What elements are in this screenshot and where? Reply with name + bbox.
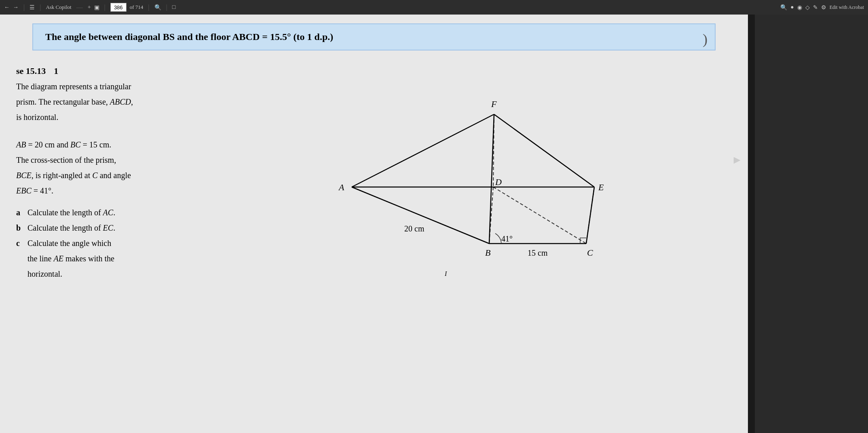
- part-b-letter: b: [16, 220, 23, 235]
- right-dark-panel: [755, 15, 868, 433]
- exercise-parts: a Calculate the length of AC. b Calculat…: [16, 205, 190, 282]
- settings-icon[interactable]: ⚙: [821, 4, 826, 11]
- search-icon[interactable]: 🔍: [780, 4, 787, 11]
- part-c-row: c Calculate the angle whichthe line AE m…: [16, 235, 190, 282]
- desc-line-6: BCE, is right-angled at C and angle: [16, 169, 190, 181]
- desc-line-5: The cross-section of the prism,: [16, 154, 190, 166]
- back-button[interactable]: ←: [4, 4, 10, 11]
- separator-3: —: [76, 4, 83, 11]
- label-20cm: 20 cm: [404, 224, 424, 233]
- label-A: A: [338, 182, 344, 192]
- bookmark-icon[interactable]: ◉: [797, 4, 802, 11]
- part-c-letter: c: [16, 235, 23, 251]
- exercise-number: 1: [54, 66, 58, 76]
- answer-banner-text: The angle between diagonal BS and the fl…: [45, 32, 333, 42]
- label-D: D: [495, 177, 502, 187]
- page-number-input[interactable]: [110, 3, 127, 12]
- zoom-icon[interactable]: 🔍: [154, 4, 161, 11]
- curve-symbol: ): [703, 31, 707, 48]
- part-b-text: Calculate the length of EC.: [27, 220, 115, 235]
- copilot-label: Ask Copilot: [46, 4, 71, 11]
- part-c-text: Calculate the angle whichthe line AE mak…: [27, 235, 114, 282]
- part-a-letter: a: [16, 205, 23, 220]
- camera-icon[interactable]: ▣: [94, 4, 99, 11]
- label-41deg: 41°: [501, 234, 513, 243]
- panel-icon[interactable]: ☰: [30, 4, 35, 11]
- label-F: F: [491, 99, 497, 109]
- part-b-row: b Calculate the length of EC.: [16, 220, 190, 235]
- exercise-description: The diagram represents a triangular pris…: [16, 80, 190, 197]
- prism-svg: F A D E B C 20 cm 15 cm 41°: [311, 74, 627, 284]
- desc-line-4: AB = 20 cm and BC = 15 cm.: [16, 139, 190, 151]
- separator-6: |: [166, 4, 167, 11]
- page-total: of 714: [130, 4, 144, 11]
- content-area: se 15.13 1 The diagram represents a tria…: [0, 66, 748, 433]
- desc-line-3: is horizontal.: [16, 111, 190, 123]
- label-15cm: 15 cm: [528, 248, 548, 257]
- desc-line-7: EBC = 41°.: [16, 185, 190, 197]
- label-I: I: [444, 270, 447, 277]
- separator-4: |: [104, 4, 106, 11]
- forward-button[interactable]: →: [13, 4, 19, 11]
- plus-icon[interactable]: +: [88, 4, 91, 11]
- print-icon[interactable]: ◇: [805, 4, 810, 11]
- label-B: B: [485, 248, 490, 258]
- answer-banner: The angle between diagonal BS and the fl…: [32, 23, 716, 50]
- copy-icon[interactable]: □: [172, 4, 175, 11]
- edge-FA: [352, 114, 494, 187]
- separator-5: |: [148, 4, 149, 11]
- edit-acrobat-button[interactable]: Edit with Acrobat: [830, 4, 864, 11]
- part-a-text: Calculate the length of AC.: [27, 205, 115, 220]
- desc-line-2: prism. The rectangular base, ABCD,: [16, 96, 190, 108]
- left-panel: se 15.13 1 The diagram represents a tria…: [16, 66, 190, 433]
- angle-arc: [495, 233, 501, 244]
- edge-EC: [586, 187, 594, 244]
- diagram-panel: F A D E B C 20 cm 15 cm 41°: [206, 66, 732, 433]
- share-icon[interactable]: ●: [790, 4, 794, 11]
- toolbar-right: 🔍 ● ◉ ◇ ✎ ⚙ Edit with Acrobat: [780, 4, 864, 11]
- desc-line-1: The diagram represents a triangular: [16, 80, 190, 92]
- label-C: C: [587, 248, 593, 258]
- main-content: The angle between diagonal BS and the fl…: [0, 15, 748, 433]
- cursor-icon: ►: [731, 153, 743, 166]
- edit-icon[interactable]: ✎: [813, 4, 818, 11]
- separator-1: |: [23, 4, 25, 11]
- edge-FE: [494, 114, 594, 187]
- part-a-row: a Calculate the length of AC.: [16, 205, 190, 220]
- exercise-header: se 15.13 1: [16, 66, 190, 76]
- toolbar: ← → | ☰ | Ask Copilot — + ▣ | of 714 | 🔍…: [0, 0, 868, 15]
- edge-AB: [352, 187, 489, 244]
- separator-2: |: [40, 4, 41, 11]
- label-E: E: [598, 182, 604, 192]
- section-label: se 15.13: [16, 66, 46, 76]
